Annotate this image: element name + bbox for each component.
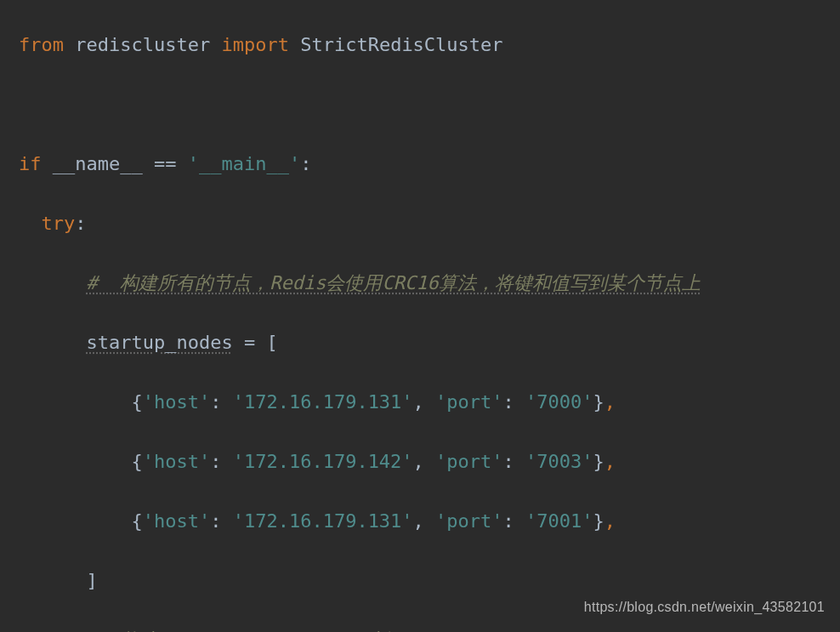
colon: : bbox=[210, 510, 233, 532]
comma: , bbox=[413, 510, 436, 532]
dict-val: '7003' bbox=[525, 451, 593, 472]
code-line: from rediscluster import StrictRedisClus… bbox=[7, 30, 840, 60]
brace-close: } bbox=[593, 391, 604, 413]
brace-close: } bbox=[593, 451, 604, 472]
comma: , bbox=[413, 391, 436, 413]
colon: : bbox=[210, 451, 233, 472]
code-line: startup_nodes = [ bbox=[7, 327, 840, 357]
comma: , bbox=[604, 451, 616, 472]
code-line: {'host': '172.16.179.131', 'port': '7001… bbox=[7, 506, 840, 536]
colon: : bbox=[503, 510, 526, 532]
op-assign: = bbox=[244, 332, 255, 353]
bracket-close: ] bbox=[86, 570, 97, 591]
kw-if: if bbox=[19, 153, 42, 174]
code-line bbox=[7, 89, 840, 119]
comma: , bbox=[413, 451, 436, 472]
dict-key: 'host' bbox=[143, 451, 210, 472]
comma: , bbox=[604, 391, 616, 413]
dict-val: '7000' bbox=[525, 391, 593, 413]
var-startup-nodes: startup_nodes bbox=[86, 332, 232, 353]
str-main: '__main__' bbox=[188, 153, 300, 174]
dict-val: '172.16.179.131' bbox=[233, 510, 413, 532]
brace-open: { bbox=[131, 510, 142, 532]
colon: : bbox=[503, 451, 526, 472]
op-eq: == bbox=[154, 153, 177, 174]
dict-key: 'port' bbox=[435, 391, 502, 413]
code-line: try: bbox=[7, 208, 840, 238]
code-line: ] bbox=[7, 566, 840, 595]
colon: : bbox=[300, 153, 311, 174]
module-name: rediscluster bbox=[75, 34, 210, 55]
kw-try: try bbox=[42, 213, 76, 234]
code-line: # 构建所有的节点，Redis会使用CRC16算法，将键和值写到某个节点上 bbox=[7, 268, 840, 298]
dunder-name: __name__ bbox=[53, 153, 143, 174]
brace-open: { bbox=[131, 451, 142, 472]
code-editor[interactable]: from rediscluster import StrictRedisClus… bbox=[0, 0, 840, 632]
dict-key: 'host' bbox=[143, 510, 210, 532]
code-line: {'host': '172.16.179.131', 'port': '7000… bbox=[7, 387, 840, 417]
comma: , bbox=[604, 510, 616, 532]
code-line: if __name__ == '__main__': bbox=[7, 149, 840, 179]
dict-val: '172.16.179.131' bbox=[233, 391, 413, 413]
brace-close: } bbox=[593, 510, 604, 532]
watermark-text: https://blog.csdn.net/weixin_43582101 bbox=[584, 592, 825, 622]
brace-open: { bbox=[131, 391, 142, 413]
colon: : bbox=[210, 391, 233, 413]
bracket-open: [ bbox=[266, 332, 277, 353]
comment: # 构建所有的节点，Redis会使用CRC16算法，将键和值写到某个节点上 bbox=[86, 272, 700, 293]
dict-key: 'port' bbox=[435, 510, 502, 532]
code-line: # 构建StrictRedisCluster对象 bbox=[7, 625, 840, 632]
dict-val: '7001' bbox=[525, 510, 593, 532]
dict-key: 'host' bbox=[143, 391, 210, 413]
kw-from: from bbox=[19, 34, 64, 55]
kw-import: import bbox=[221, 34, 288, 55]
class-name: StrictRedisCluster bbox=[300, 34, 502, 55]
code-line: {'host': '172.16.179.142', 'port': '7003… bbox=[7, 447, 840, 476]
colon: : bbox=[75, 213, 86, 234]
dict-key: 'port' bbox=[435, 451, 502, 472]
colon: : bbox=[503, 391, 526, 413]
dict-val: '172.16.179.142' bbox=[233, 451, 413, 472]
